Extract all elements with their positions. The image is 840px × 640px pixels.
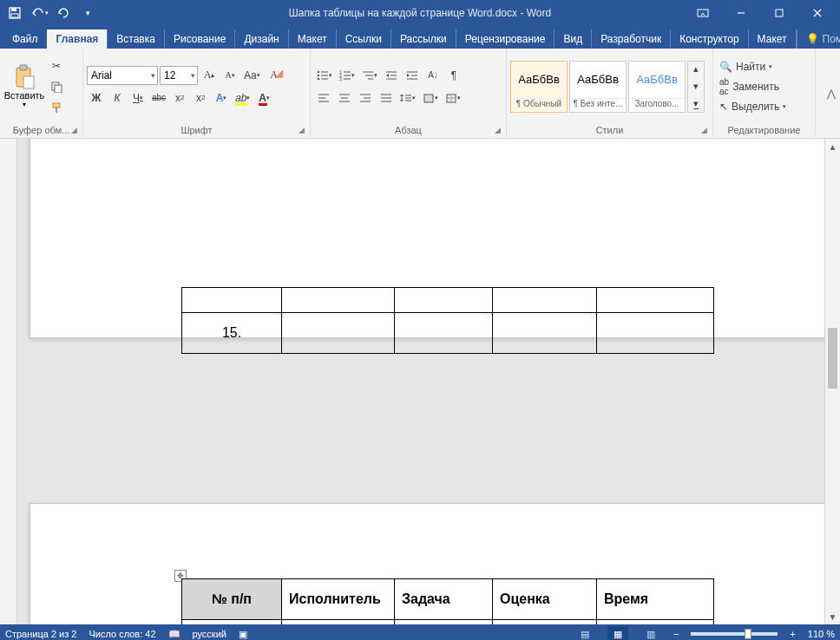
qat-customize-icon[interactable]: ▾ (76, 2, 99, 24)
status-language[interactable]: русский (193, 629, 226, 639)
strike-button[interactable]: abc (149, 88, 168, 108)
zoom-slider[interactable] (691, 632, 778, 636)
borders-icon[interactable]: ▾ (443, 88, 463, 108)
format-painter-icon[interactable] (47, 98, 66, 117)
font-launcher-icon[interactable]: ◢ (299, 126, 305, 134)
grow-font-icon[interactable]: A▴ (200, 66, 219, 85)
status-proofing-icon[interactable]: 📖 (168, 629, 180, 640)
font-size-combo[interactable]: 12▾ (160, 66, 198, 85)
status-macro-icon[interactable]: ▣ (239, 629, 247, 640)
page-1[interactable]: 15. (30, 139, 828, 338)
tab-insert[interactable]: Вставка (107, 29, 164, 49)
header-time[interactable]: Время (597, 579, 714, 620)
shrink-font-icon[interactable]: A▾ (220, 66, 240, 85)
styles-down-icon[interactable]: ▾ (688, 79, 704, 95)
indent-increase-icon[interactable] (403, 66, 422, 85)
align-left-icon[interactable] (314, 88, 333, 108)
header-rating[interactable]: Оценка (493, 579, 597, 620)
tab-home[interactable]: Главная (47, 29, 108, 49)
vertical-ruler[interactable] (0, 139, 17, 624)
align-justify-icon[interactable] (377, 88, 396, 108)
tab-references[interactable]: Ссылки (336, 29, 390, 49)
ribbon-options-icon[interactable] (684, 0, 722, 26)
copy-icon[interactable] (47, 77, 66, 96)
cell-num[interactable]: 15. (182, 313, 282, 354)
scroll-up-icon[interactable]: ▲ (825, 139, 840, 154)
align-center-icon[interactable] (335, 88, 354, 108)
select-button[interactable]: ↖Выделить▾ (717, 100, 789, 114)
page-2[interactable]: ✥ № п/п Исполнитель Задача Оценка Время … (30, 503, 828, 624)
style-no-spacing[interactable]: АаБбВв¶ Без инте... (569, 61, 627, 113)
view-print-icon[interactable]: ▦ (607, 626, 628, 640)
undo-icon[interactable]: ▾ (28, 2, 50, 24)
font-name-combo[interactable]: Arial▾ (87, 66, 158, 85)
show-marks-icon[interactable]: ¶ (444, 66, 463, 85)
shading-icon[interactable]: ▾ (420, 88, 441, 108)
italic-button[interactable]: К (108, 88, 127, 108)
view-web-icon[interactable]: ▥ (640, 626, 661, 640)
styles-up-icon[interactable]: ▴ (688, 62, 704, 77)
tab-mailings[interactable]: Рассылки (390, 29, 456, 49)
underline-button[interactable]: Ч▾ (128, 88, 148, 108)
redo-icon[interactable] (52, 2, 75, 24)
zoom-in-icon[interactable]: + (790, 629, 795, 639)
find-button[interactable]: 🔍Найти▾ (717, 60, 775, 74)
tab-developer[interactable]: Разработчик (591, 29, 670, 49)
tab-table-layout[interactable]: Макет (748, 29, 797, 49)
multilevel-icon[interactable]: ▾ (359, 66, 380, 85)
subscript-icon[interactable]: x2 (170, 88, 189, 108)
tab-table-design[interactable]: Конструктор (670, 29, 747, 49)
font-color-icon[interactable]: A▾ (254, 88, 273, 108)
zoom-knob[interactable] (745, 629, 751, 639)
status-page[interactable]: Страница 2 из 2 (5, 629, 76, 639)
tab-layout[interactable]: Макет (288, 29, 336, 49)
highlight-icon[interactable]: ab▾ (233, 88, 253, 108)
indent-decrease-icon[interactable] (382, 66, 401, 85)
header-performer[interactable]: Исполнитель (282, 579, 395, 620)
bullets-icon[interactable]: ▾ (314, 66, 335, 85)
style-normal[interactable]: АаБбВв¶ Обычный (510, 61, 568, 113)
tab-view[interactable]: Вид (554, 29, 591, 49)
clipboard-launcher-icon[interactable]: ◢ (71, 126, 77, 134)
numbering-icon[interactable]: 123▾ (337, 66, 358, 85)
view-read-icon[interactable]: ▤ (574, 626, 595, 640)
text-effects-icon[interactable]: A▾ (212, 88, 231, 108)
scrollbar-thumb[interactable] (828, 328, 837, 389)
scroll-down-icon[interactable]: ▼ (825, 609, 840, 624)
minimize-icon[interactable] (722, 0, 760, 26)
cut-icon[interactable]: ✂ (47, 56, 66, 75)
superscript-icon[interactable]: x2 (191, 88, 210, 108)
sort-icon[interactable]: A↓ (423, 66, 443, 85)
paste-button[interactable]: Вставить ▾ (3, 58, 45, 115)
table-page1[interactable]: 15. (181, 287, 714, 354)
zoom-out-icon[interactable]: − (673, 629, 679, 639)
svg-rect-16 (56, 108, 57, 113)
tell-me[interactable]: 💡Помощн (797, 29, 840, 49)
save-icon[interactable] (3, 2, 26, 24)
para-launcher-icon[interactable]: ◢ (495, 126, 501, 134)
line-spacing-icon[interactable]: ▾ (397, 88, 418, 108)
status-words[interactable]: Число слов: 42 (89, 629, 155, 639)
styles-more-icon[interactable]: ▾̲ (688, 96, 704, 112)
clear-format-icon[interactable]: A◢ (265, 66, 284, 85)
close-icon[interactable] (798, 0, 837, 26)
tab-review[interactable]: Рецензирование (456, 29, 555, 49)
styles-launcher-icon[interactable]: ◢ (701, 126, 707, 134)
header-num[interactable]: № п/п (182, 579, 282, 620)
collapse-ribbon-icon[interactable]: ⋀ (823, 49, 840, 138)
tab-design[interactable]: Дизайн (234, 29, 287, 49)
cell-num[interactable]: 16. (182, 620, 282, 625)
table-page2[interactable]: № п/п Исполнитель Задача Оценка Время 16… (181, 578, 714, 624)
header-task[interactable]: Задача (395, 579, 493, 620)
tab-file[interactable]: Файл (3, 29, 47, 49)
bold-button[interactable]: Ж (87, 88, 106, 108)
align-right-icon[interactable] (356, 88, 375, 108)
zoom-value[interactable]: 110 % (808, 629, 835, 639)
change-case-icon[interactable]: Aa▾ (241, 66, 263, 85)
maximize-icon[interactable] (760, 0, 798, 26)
style-heading1[interactable]: АаБбВвЗаголово... (628, 61, 686, 113)
replace-button[interactable]: abacЗаменить (717, 76, 782, 97)
vertical-scrollbar[interactable]: ▲ ▼ (824, 139, 840, 624)
tab-draw[interactable]: Рисование (164, 29, 234, 49)
document-scroll[interactable]: 15. ✥ № п/п Исполнитель Задача Оценка Вр… (17, 139, 840, 624)
